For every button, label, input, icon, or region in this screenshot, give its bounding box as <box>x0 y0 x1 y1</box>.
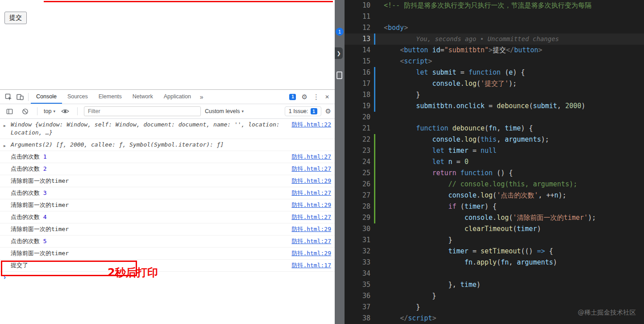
code-text: <!-- 防抖是将多次执行变为只执行一次，节流是将多次执行变为每隔 <box>384 0 591 11</box>
gutter-change-mark <box>374 179 375 190</box>
console-prompt[interactable]: › <box>0 272 335 282</box>
line-number: 17 <box>345 78 370 89</box>
divider <box>77 107 78 115</box>
log-levels-dropdown[interactable]: Custom levels ▾ <box>205 108 244 114</box>
code-line: 27 console.log('点击的次数', ++n); <box>345 190 644 201</box>
code-line: 30 clearTimeout(timer) <box>345 223 644 235</box>
source-link[interactable]: 防抖.html:29 <box>291 201 331 209</box>
tab-elements[interactable]: Elements <box>93 90 127 104</box>
console-message: 防抖.html:27点击的次数 4 <box>0 211 335 223</box>
gutter-change-mark <box>374 101 375 112</box>
strip-page-icon[interactable] <box>337 72 342 79</box>
line-number: 10 <box>345 0 370 11</box>
settings-gear-icon[interactable]: ⚙ <box>301 93 307 101</box>
console-settings-gear-icon[interactable]: ⚙ <box>325 107 331 115</box>
message-count: 4 <box>43 214 47 220</box>
code-line: 31 } <box>345 235 644 246</box>
devtools-tabbar-right: 1 ⚙ ⋮ ✕ <box>289 93 332 101</box>
gutter-change-mark <box>374 201 375 212</box>
code-text: console.log('点击的次数', ++n); <box>384 190 566 201</box>
code-text: }, time) <box>384 279 481 290</box>
gutter-change-mark <box>374 212 375 223</box>
filter-input[interactable] <box>84 106 201 116</box>
devtools-tabs: ConsoleSourcesElementsNetworkApplication <box>31 90 196 104</box>
code-line: 20 <box>345 112 644 123</box>
message-text: Window {window: Window, self: Window, do… <box>11 121 280 136</box>
annotation-callout: 2秒后打印 <box>108 265 158 280</box>
line-number: 33 <box>345 257 370 268</box>
source-link[interactable]: 防抖.html:27 <box>291 153 331 161</box>
line-number: 32 <box>345 246 370 257</box>
console-sidebar-icon[interactable] <box>4 105 15 117</box>
code-text: return function () { <box>384 168 513 179</box>
gutter-change-mark <box>374 67 375 78</box>
line-number: 29 <box>345 212 370 223</box>
source-link[interactable]: 防抖.html:27 <box>291 213 331 221</box>
code-line: 29 console.log('清除前面一次的timer'); <box>345 212 644 223</box>
tab-sources[interactable]: Sources <box>62 90 93 104</box>
source-link[interactable]: 防抖.html:29 <box>291 249 331 257</box>
expand-arrow-icon[interactable]: ▶ <box>4 122 6 130</box>
code-line: 13 You, seconds ago • Uncommitted change… <box>345 34 644 45</box>
line-number: 13 <box>345 34 370 45</box>
message-text: 提交了 <box>11 262 28 269</box>
gutter-change-mark <box>374 156 375 168</box>
more-options-icon[interactable]: ⋮ <box>313 93 320 101</box>
tab-console[interactable]: Console <box>31 90 62 104</box>
console-message: 防抖.html:29清除前面一次的timer <box>0 175 335 187</box>
code-line: 16 let submit = function (e) { <box>345 67 644 78</box>
console-message: ▶Arguments(2) [ƒ, 2000, callee: ƒ, Symbo… <box>0 139 335 151</box>
tab-network[interactable]: Network <box>127 90 158 104</box>
code-line: 15 <script> <box>345 56 644 67</box>
more-tabs-icon[interactable]: » <box>196 93 207 101</box>
code-text: console.log('清除前面一次的timer'); <box>384 212 596 223</box>
eye-icon[interactable] <box>59 105 71 117</box>
code-text: <script> <box>384 56 432 67</box>
gutter-change-mark <box>374 34 375 45</box>
code-line: 10<!-- 防抖是将多次执行变为只执行一次，节流是将多次执行变为每隔 <box>345 0 644 11</box>
messages-badge-icon[interactable]: 1 <box>289 94 296 100</box>
clear-console-icon[interactable] <box>19 105 31 117</box>
message-text: 清除前面一次的timer <box>11 226 69 232</box>
code-text: } <box>384 89 420 101</box>
context-selector-label: top <box>44 108 51 114</box>
expand-arrow-icon[interactable]: ▶ <box>4 142 6 150</box>
code-line: 11 <box>345 11 644 22</box>
message-text: 清除前面一次的timer <box>11 250 69 257</box>
source-link[interactable]: 防抖.html:27 <box>291 189 331 197</box>
source-link[interactable]: 防抖.html:27 <box>291 237 331 245</box>
message-text: 清除前面一次的timer <box>11 202 69 208</box>
context-selector[interactable]: top ▾ <box>44 108 55 114</box>
devtools-tabbar: ConsoleSourcesElementsNetworkApplication… <box>0 90 335 104</box>
code-text: <body> <box>384 22 408 34</box>
console-toolbar: top ▾ Custom levels ▾ 1 Issue: 1 ⚙ <box>0 104 335 119</box>
gutter-change-mark <box>374 89 375 101</box>
log-levels-label: Custom levels <box>205 108 240 114</box>
line-number: 16 <box>345 67 370 78</box>
gutter-change-mark <box>374 134 375 145</box>
issues-button[interactable]: 1 Issue: 1 <box>285 106 321 116</box>
code-text: fn.apply(fn, arguments) <box>384 257 557 268</box>
line-number: 22 <box>345 134 370 145</box>
code-line: 34 <box>345 268 644 279</box>
source-link[interactable]: 防抖.html:27 <box>291 165 331 173</box>
code-area: 10<!-- 防抖是将多次执行变为只执行一次，节流是将多次执行变为每隔1112<… <box>345 0 644 324</box>
strip-expand-chevron-icon[interactable]: ❯ <box>335 47 343 59</box>
inspect-element-icon[interactable] <box>3 91 14 103</box>
source-link[interactable]: 防抖.html:29 <box>291 225 331 233</box>
code-line: 17 console.log('提交了'); <box>345 78 644 89</box>
tab-application[interactable]: Application <box>158 90 196 104</box>
code-text: let timer = null <box>384 145 497 156</box>
source-link[interactable]: 防抖.html:17 <box>291 261 331 269</box>
device-toolbar-icon[interactable] <box>14 91 26 103</box>
code-line: 28 if (timer) { <box>345 201 644 212</box>
line-number: 23 <box>345 145 370 156</box>
code-text: // console.log(this, arguments); <box>384 179 577 190</box>
issues-label: 1 Issue: <box>289 108 308 114</box>
submit-button[interactable]: 提交 <box>4 12 27 24</box>
strip-notification-badge[interactable]: 1 <box>336 28 344 36</box>
source-link[interactable]: 防抖.html:29 <box>291 177 331 185</box>
chevron-down-icon: ▾ <box>53 109 55 114</box>
source-link[interactable]: 防抖.html:22 <box>291 121 331 129</box>
close-icon[interactable]: ✕ <box>325 94 329 100</box>
